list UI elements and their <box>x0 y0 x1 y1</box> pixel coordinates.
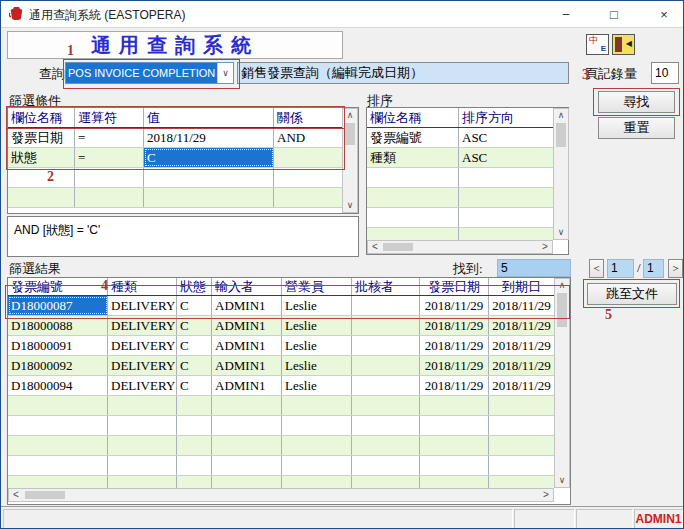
cell-invoice-no[interactable]: D18000094 <box>8 376 108 395</box>
cell-invoice-date[interactable]: 2018/11/29 <box>420 376 489 395</box>
cell-field[interactable]: 發票日期 <box>8 128 75 147</box>
cell-salesman[interactable]: Leslie <box>282 336 352 355</box>
cell-entered-by[interactable]: ADMIN1 <box>212 336 282 355</box>
cell-invoice-no[interactable]: D18000092 <box>8 356 108 375</box>
cell-status[interactable]: C <box>177 296 212 315</box>
sort-row-empty[interactable] <box>367 188 553 208</box>
cell-status[interactable]: C <box>177 356 212 375</box>
cell-salesman[interactable]: Leslie <box>282 316 352 335</box>
filter-row[interactable]: 狀態 = C <box>8 148 342 168</box>
cell-direction[interactable]: ASC <box>459 148 552 167</box>
scrollbar-thumb[interactable] <box>556 123 566 147</box>
cell-field[interactable]: 發票編號 <box>367 128 459 147</box>
cell-type[interactable]: DELIVERY <box>108 336 177 355</box>
scrollbar-thumb[interactable] <box>383 243 413 251</box>
scroll-up-icon[interactable]: ∧ <box>343 109 357 122</box>
filter-row[interactable]: 發票日期 = 2018/11/29 AND <box>8 128 342 148</box>
results-scrollbar-horizontal[interactable]: < > <box>8 488 554 502</box>
minimize-button[interactable]: − <box>549 1 583 28</box>
cell-due-date[interactable]: 2018/11/29 <box>489 356 554 375</box>
combobox-arrow-icon[interactable]: ∨ <box>217 63 233 83</box>
cell-invoice-no[interactable]: D18000091 <box>8 336 108 355</box>
result-row[interactable]: D18000094 DELIVERY C ADMIN1 Leslie 2018/… <box>8 376 554 396</box>
cell-approver[interactable] <box>352 296 420 315</box>
cell-entered-by[interactable]: ADMIN1 <box>212 316 282 335</box>
maximize-button[interactable]: □ <box>597 1 631 28</box>
cell-salesman[interactable]: Leslie <box>282 296 352 315</box>
exit-button[interactable]: ◀ <box>612 34 635 55</box>
sort-row-empty[interactable] <box>367 168 553 188</box>
query-combobox[interactable]: POS INVOICE COMPLETION ∨ <box>65 62 234 84</box>
scroll-left-icon[interactable]: < <box>368 241 382 253</box>
cell-relation[interactable]: AND <box>274 128 342 147</box>
cell-invoice-date[interactable]: 2018/11/29 <box>420 316 489 335</box>
result-row[interactable]: D18000087 DELIVERY C ADMIN1 Leslie 2018/… <box>8 296 554 316</box>
cell-due-date[interactable]: 2018/11/29 <box>489 376 554 395</box>
cell-salesman[interactable]: Leslie <box>282 356 352 375</box>
scroll-down-icon[interactable]: ∨ <box>555 474 569 487</box>
cell-invoice-date[interactable]: 2018/11/29 <box>420 296 489 315</box>
cell-status[interactable]: C <box>177 336 212 355</box>
cell-entered-by[interactable]: ADMIN1 <box>212 296 282 315</box>
reset-button[interactable]: 重置 <box>598 117 675 139</box>
pager-next-button[interactable]: > <box>668 259 683 278</box>
cell-value-selected[interactable]: C <box>144 148 274 167</box>
language-toggle-button[interactable]: 中 E <box>586 34 609 55</box>
cell-value[interactable]: 2018/11/29 <box>144 128 274 147</box>
filter-row-empty[interactable] <box>8 168 342 188</box>
scrollbar-thumb[interactable] <box>25 491 65 499</box>
close-button[interactable]: × <box>645 1 683 28</box>
results-scrollbar-vertical[interactable]: ∧ ∨ <box>554 278 570 488</box>
scroll-down-icon[interactable]: ∨ <box>343 199 357 212</box>
cell-due-date[interactable]: 2018/11/29 <box>489 336 554 355</box>
scroll-down-icon[interactable]: ∨ <box>554 226 568 239</box>
filter-scrollbar-vertical[interactable]: ∧ ∨ <box>342 108 358 213</box>
cell-salesman[interactable]: Leslie <box>282 376 352 395</box>
scrollbar-thumb[interactable] <box>345 123 355 145</box>
sort-row[interactable]: 種類 ASC <box>367 148 553 168</box>
pager-page-input[interactable]: 1 <box>607 259 634 278</box>
result-row[interactable]: D18000088 DELIVERY C ADMIN1 Leslie 2018/… <box>8 316 554 336</box>
cell-approver[interactable] <box>352 376 420 395</box>
cell-invoice-no-selected[interactable]: D18000087 <box>8 296 108 315</box>
cell-type[interactable]: DELIVERY <box>108 376 177 395</box>
scroll-right-icon[interactable]: > <box>539 489 553 501</box>
page-size-input[interactable]: 10 <box>651 62 679 84</box>
cell-approver[interactable] <box>352 316 420 335</box>
find-button[interactable]: 尋找 <box>598 91 675 113</box>
cell-due-date[interactable]: 2018/11/29 <box>489 296 554 315</box>
cell-type[interactable]: DELIVERY <box>108 356 177 375</box>
goto-document-button[interactable]: 跳至文件 <box>587 283 677 305</box>
cell-type[interactable]: DELIVERY <box>108 316 177 335</box>
sort-scrollbar-vertical[interactable]: ∧ ∨ <box>553 108 569 240</box>
cell-status[interactable]: C <box>177 376 212 395</box>
pager-prev-button[interactable]: < <box>589 259 604 278</box>
scroll-up-icon[interactable]: ∧ <box>555 279 569 292</box>
result-row[interactable]: D18000092 DELIVERY C ADMIN1 Leslie 2018/… <box>8 356 554 376</box>
scroll-left-icon[interactable]: < <box>9 489 23 501</box>
cell-invoice-date[interactable]: 2018/11/29 <box>420 356 489 375</box>
cell-invoice-date[interactable]: 2018/11/29 <box>420 336 489 355</box>
cell-entered-by[interactable]: ADMIN1 <box>212 376 282 395</box>
cell-field[interactable]: 狀態 <box>8 148 75 167</box>
scroll-up-icon[interactable]: ∧ <box>554 109 568 122</box>
scrollbar-thumb[interactable] <box>557 293 567 327</box>
cell-operator[interactable]: = <box>75 128 144 147</box>
cell-approver[interactable] <box>352 336 420 355</box>
cell-type[interactable]: DELIVERY <box>108 296 177 315</box>
sort-row[interactable]: 發票編號 ASC <box>367 128 553 148</box>
scroll-right-icon[interactable]: > <box>538 241 552 253</box>
cell-direction[interactable]: ASC <box>459 128 552 147</box>
sort-row-empty[interactable] <box>367 208 553 228</box>
filter-row-empty[interactable] <box>8 188 342 208</box>
sort-scrollbar-horizontal[interactable]: < > <box>367 240 553 254</box>
cell-due-date[interactable]: 2018/11/29 <box>489 316 554 335</box>
cell-invoice-no[interactable]: D18000088 <box>8 316 108 335</box>
cell-approver[interactable] <box>352 356 420 375</box>
result-row[interactable]: D18000091 DELIVERY C ADMIN1 Leslie 2018/… <box>8 336 554 356</box>
cell-field[interactable]: 種類 <box>367 148 459 167</box>
cell-operator[interactable]: = <box>75 148 144 167</box>
cell-entered-by[interactable]: ADMIN1 <box>212 356 282 375</box>
cell-relation[interactable] <box>274 148 342 167</box>
cell-status[interactable]: C <box>177 316 212 335</box>
